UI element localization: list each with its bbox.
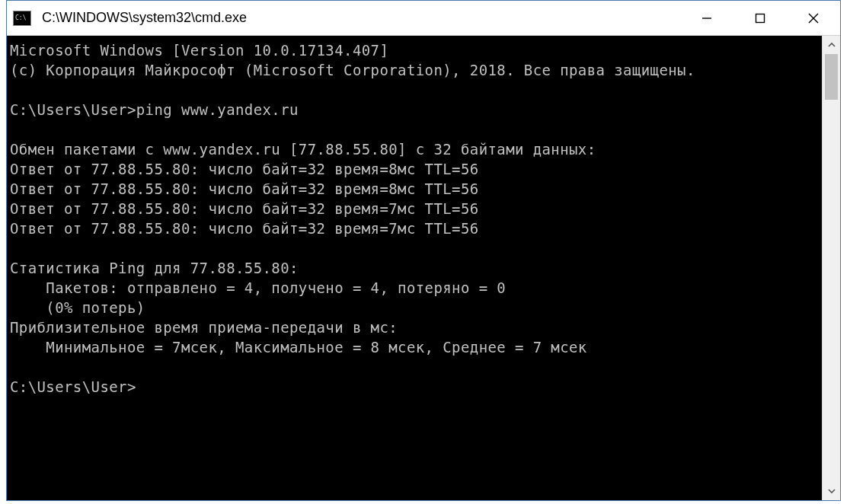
terminal-line: Ответ от 77.88.55.80: число байт=32 врем… (10, 159, 822, 179)
cmd-icon: C:\ (13, 11, 31, 26)
scroll-up-arrow-icon[interactable] (823, 36, 841, 54)
terminal-output[interactable]: Microsoft Windows [Version 10.0.17134.40… (7, 36, 822, 500)
terminal-line (10, 80, 822, 100)
terminal-line: C:\Users\User>ping www.yandex.ru (10, 100, 822, 120)
svg-rect-1 (756, 14, 765, 22)
terminal-line: Статистика Ping для 77.88.55.80: (10, 258, 822, 278)
terminal-line: (0% потерь) (10, 298, 822, 317)
minimize-button[interactable] (680, 1, 733, 35)
window-title: C:\WINDOWS\system32\cmd.exe (42, 10, 247, 26)
terminal-line: Ответ от 77.88.55.80: число байт=32 врем… (10, 219, 822, 238)
terminal-line: Обмен пакетами с www.yandex.ru [77.88.55… (10, 139, 822, 159)
maximize-button[interactable] (733, 1, 787, 35)
vertical-scrollbar[interactable] (822, 36, 840, 500)
terminal-line: Ответ от 77.88.55.80: число байт=32 врем… (10, 199, 822, 219)
terminal-line (10, 357, 822, 377)
terminal-line: Минимальное = 7мсек, Максимальное = 8 мс… (10, 337, 822, 357)
terminal-line: Пакетов: отправлено = 4, получено = 4, п… (10, 278, 822, 298)
terminal-line (10, 120, 822, 139)
titlebar[interactable]: C:\ C:\WINDOWS\system32\cmd.exe (7, 1, 840, 36)
cmd-window: C:\ C:\WINDOWS\system32\cmd.exe Microsof… (6, 0, 841, 501)
terminal-line: Microsoft Windows [Version 10.0.17134.40… (10, 40, 822, 60)
scroll-down-arrow-icon[interactable] (823, 482, 841, 500)
scroll-thumb[interactable] (825, 54, 838, 100)
window-controls (680, 1, 840, 35)
terminal-line: Ответ от 77.88.55.80: число байт=32 врем… (10, 179, 822, 199)
close-button[interactable] (787, 1, 840, 35)
client-area: Microsoft Windows [Version 10.0.17134.40… (7, 36, 840, 500)
terminal-line: (c) Корпорация Майкрософт (Microsoft Cor… (10, 60, 822, 80)
terminal-line (10, 238, 822, 258)
terminal-line: C:\Users\User> (10, 377, 822, 397)
terminal-line: Приблизительное время приема-передачи в … (10, 317, 822, 337)
scroll-track[interactable] (823, 54, 840, 482)
